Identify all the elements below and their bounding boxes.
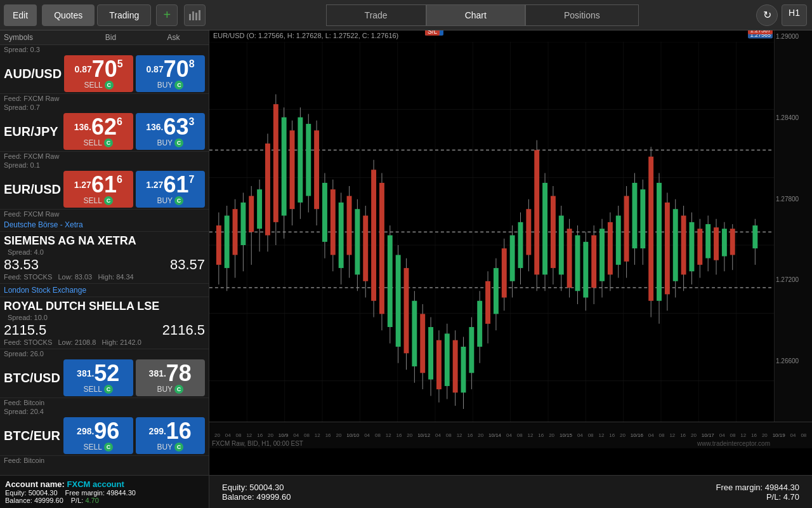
right-controls: ↻ H1 — [756, 4, 807, 26]
svg-rect-107 — [534, 150, 539, 274]
siemens-name: SIEMENS AG NA XETRA — [4, 234, 205, 248]
btcusd-spread: Spread: 26.0 — [0, 349, 209, 358]
svg-rect-123 — [599, 229, 605, 281]
candlestick-chart — [209, 42, 774, 448]
svg-rect-155 — [730, 229, 735, 255]
timeframe-button[interactable]: H1 — [782, 4, 807, 26]
svg-rect-101 — [510, 236, 515, 281]
svg-rect-71 — [388, 236, 393, 328]
svg-rect-103 — [518, 222, 523, 268]
siemens-bid: 83.53 — [4, 257, 39, 273]
eurjpy-sell-prefix: 136. — [74, 123, 91, 131]
sl-label: S/L — [425, 30, 440, 36]
svg-rect-81 — [428, 327, 433, 380]
svg-rect-117 — [575, 236, 580, 291]
svg-rect-111 — [551, 196, 556, 269]
svg-rect-153 — [722, 229, 727, 256]
eurusd-sell-big: 61 — [91, 173, 117, 196]
svg-rect-141 — [673, 209, 678, 281]
siemens-detail: Feed: STOCKS Low: 83.03 High: 84.34 — [4, 273, 205, 281]
svg-rect-147 — [697, 229, 702, 265]
svg-rect-145 — [690, 222, 695, 271]
price-scale: 1.29000 1.28400 1.27800 1.27200 1.26600 … — [774, 30, 812, 448]
svg-rect-113 — [559, 216, 564, 275]
siemens-row[interactable]: SIEMENS AG NA XETRA Spread: 4.0 83.53 83… — [0, 232, 209, 284]
audusd-buy-badge: C — [174, 81, 183, 90]
chart-header: EUR/USD (O: 1.27566, H: 1.27628, L: 1.27… — [209, 30, 812, 41]
svg-rect-75 — [404, 268, 409, 353]
audusd-sell-badge: C — [105, 81, 114, 90]
eurjpy-sell-button[interactable]: 136. 62 6 SELLC — [63, 113, 133, 150]
svg-rect-97 — [494, 268, 499, 314]
audusd-sell-button[interactable]: 0.87 70 5 SELLC — [64, 55, 133, 92]
eurjpy-feed: Feed: FXCM Raw — [0, 152, 209, 161]
audusd-buy-button[interactable]: 0.87 70 8 BUYC — [136, 55, 205, 92]
siemens-prices: 83.53 83.57 — [4, 257, 205, 273]
chart-tab[interactable]: Chart — [426, 4, 525, 26]
eurjpy-row: EUR/JPY 136. 62 6 SELLC 136. 63 3 — [0, 112, 209, 152]
btceur-sell-price: 298. 96 — [77, 420, 119, 443]
siemens-ask: 83.57 — [170, 257, 205, 273]
btcusd-sell-button[interactable]: 381. 52 SELLC — [63, 359, 133, 396]
trade-tab[interactable]: Trade — [326, 4, 426, 26]
btceur-name: BTC/EUR — [4, 429, 61, 443]
eurusd-sell-button[interactable]: 1.27 61 6 SELLC — [63, 171, 133, 208]
eurjpy-sell-badge: C — [104, 138, 113, 147]
positions-tab[interactable]: Positions — [525, 4, 639, 26]
audusd-buy-price: 0.87 70 8 — [146, 58, 194, 81]
btceur-sell-label: SELLC — [84, 443, 113, 451]
audusd-sell-price: 0.87 70 5 — [74, 58, 122, 81]
account-details-2: Balance: 49999.60 P/L: 4.70 — [5, 497, 204, 504]
svg-rect-73 — [396, 255, 401, 347]
eurjpy-buy-button[interactable]: 136. 63 3 BUYC — [136, 113, 206, 150]
chart-area[interactable]: EUR/USD (O: 1.27566, H: 1.27628, L: 1.27… — [209, 30, 812, 475]
eurjpy-spread: Spread: 0.7 — [0, 103, 209, 112]
add-button[interactable]: + — [156, 4, 178, 26]
btcusd-buy-big: 78 — [166, 362, 192, 385]
refresh-button[interactable]: ↻ — [756, 4, 778, 26]
svg-rect-149 — [705, 224, 710, 258]
trading-tab[interactable]: Trading — [97, 4, 151, 26]
btcusd-sell-price: 381. 52 — [77, 362, 119, 385]
btceur-buy-big: 16 — [166, 420, 192, 443]
rds-row[interactable]: ROYAL DUTCH SHELLA LSE Spread: 10.0 2115… — [0, 297, 209, 349]
eurusd-sell-sup: 6 — [117, 173, 122, 185]
symbols-col-header: Symbols — [4, 33, 79, 42]
btceur-feed: Feed: Bitcoin — [0, 456, 209, 465]
svg-rect-143 — [681, 216, 686, 275]
svg-rect-121 — [591, 236, 596, 288]
btcusd-buy-prefix: 381. — [149, 369, 166, 378]
eurusd-name: EUR/USD — [4, 182, 61, 197]
btcusd-buy-price: 381. 78 — [149, 362, 192, 385]
btceur-sell-button[interactable]: 298. 96 SELLC — [63, 417, 133, 454]
eurjpy-buy-price: 136. 63 3 — [146, 116, 194, 138]
btcusd-buy-label: BUYC — [157, 385, 183, 394]
ask-col-header: Ask — [142, 33, 205, 42]
bottom-bar: Account name: FXCM account Equity: 50004… — [0, 475, 812, 508]
quotes-tab[interactable]: Quotes — [42, 4, 95, 26]
btceur-buy-button[interactable]: 299. 16 BUYC — [136, 417, 206, 454]
svg-rect-35 — [240, 203, 246, 245]
bid-col-header: Bid — [79, 33, 142, 42]
account-name-row: Account name: FXCM account — [5, 479, 204, 489]
symbols-header: Symbols Bid Ask — [0, 30, 209, 45]
svg-rect-55 — [322, 183, 327, 242]
svg-rect-29 — [216, 225, 221, 265]
svg-rect-45 — [282, 117, 287, 216]
eurusd-sell-price: 1.27 61 6 — [74, 173, 122, 196]
deutsche-borse-label: Deutsche Börse - Xetra — [0, 218, 209, 232]
eurusd-buy-price: 1.27 61 7 — [146, 173, 194, 196]
eurusd-buy-button[interactable]: 1.27 61 7 BUYC — [136, 171, 206, 208]
btcusd-sell-prefix: 381. — [77, 369, 94, 378]
edit-button[interactable]: Edit — [4, 4, 37, 26]
audusd-sell-prefix: 0.87 — [74, 65, 91, 74]
svg-rect-151 — [714, 227, 719, 260]
chart-footer-info: FXCM Raw, BID, H1, 00:00 EST — [212, 440, 303, 447]
svg-rect-93 — [477, 301, 482, 347]
eurjpy-sell-price: 136. 62 6 — [74, 116, 122, 138]
svg-rect-0 — [189, 14, 191, 20]
btcusd-buy-button[interactable]: 381. 78 BUYC — [136, 359, 206, 396]
chart-icon-btn[interactable] — [184, 4, 206, 26]
audusd-spread: Spread: 0.3 — [0, 45, 209, 54]
rds-name: ROYAL DUTCH SHELLA LSE — [4, 300, 205, 313]
